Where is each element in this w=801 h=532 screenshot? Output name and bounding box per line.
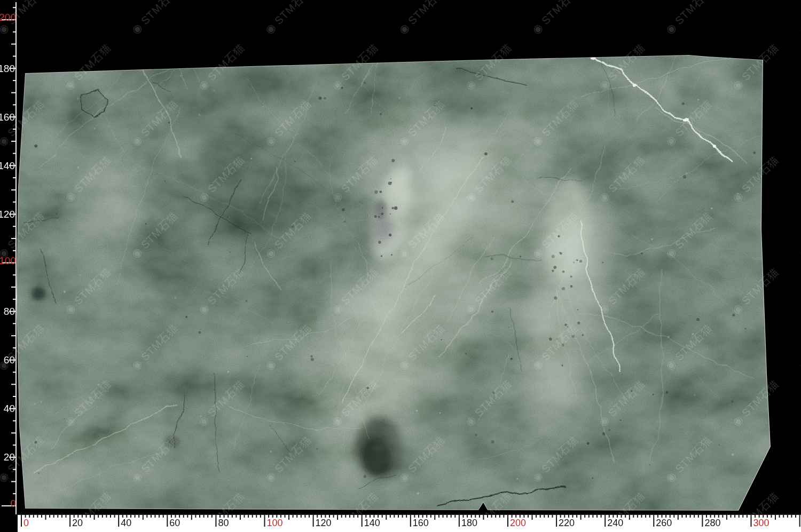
- ruler-left-label: 180: [0, 63, 15, 74]
- ruler-left-label: 20: [4, 451, 15, 463]
- ruler-left-label: 40: [4, 403, 15, 414]
- ruler-bottom-label: 200: [510, 518, 526, 528]
- watermark-text: ◉ STM石猫: [797, 98, 801, 148]
- ruler-bottom-label: 20: [72, 518, 83, 528]
- marble-slab: [0, 0, 801, 522]
- scene-svg: ◉ STM石猫◉ STM石猫◉ STM石猫◉ STM石猫◉ STM石猫◉ STM…: [0, 0, 801, 532]
- ruler-left-label: 80: [4, 306, 15, 317]
- ruler-bottom-label: 280: [704, 518, 720, 528]
- watermark-text: ◉ STM石猫: [263, 0, 313, 36]
- ruler-bottom-label: 40: [121, 518, 131, 528]
- watermark-text: ◉ STM石猫: [797, 322, 801, 372]
- ruler-left-label: 140: [0, 160, 15, 171]
- ruler-left: 020406080100120140160180200: [0, 2, 16, 514]
- watermark-text: ◉ STM石猫: [797, 0, 801, 36]
- ruler-bottom-label: 140: [364, 518, 380, 528]
- ruler-bottom-label: 160: [413, 518, 429, 528]
- ruler-bottom-label: 120: [316, 518, 332, 528]
- ruler-bottom-label: 300: [753, 518, 769, 528]
- watermark-text: ◉ STM石猫: [530, 0, 580, 36]
- ruler-bottom-label: 240: [607, 518, 623, 528]
- ruler-left-label: 120: [0, 209, 15, 220]
- ruler-left-label: 100: [0, 255, 16, 266]
- watermark-text: ◉ STM石猫: [396, 0, 447, 36]
- ruler-bottom: 0204060801001201401601802002202402602803…: [18, 514, 801, 532]
- slab-scan-viewport: ◉ STM石猫◉ STM石猫◉ STM石猫◉ STM石猫◉ STM石猫◉ STM…: [0, 0, 801, 532]
- ruler-left-label: 200: [0, 12, 16, 23]
- ruler-left-label: 0: [10, 498, 16, 509]
- ruler-bottom-label: 60: [169, 518, 180, 528]
- ruler-bottom-label: 0: [23, 518, 29, 528]
- watermark-text: ◉ STM石猫: [797, 434, 801, 485]
- watermark-text: ◉ STM石猫: [797, 210, 801, 260]
- ruler-bottom-label: 80: [218, 518, 229, 528]
- ruler-bottom-label: 180: [461, 518, 477, 528]
- ruler-left-label: 60: [4, 354, 15, 366]
- ruler-bottom-label: 100: [267, 518, 283, 528]
- ruler-bottom-label: 220: [559, 518, 575, 528]
- watermark-text: ◉ STM石猫: [663, 0, 714, 36]
- ruler-left-label: 160: [0, 112, 15, 123]
- watermark-text: ◉ STM石猫: [129, 0, 180, 36]
- ruler-bottom-label: 260: [656, 518, 672, 528]
